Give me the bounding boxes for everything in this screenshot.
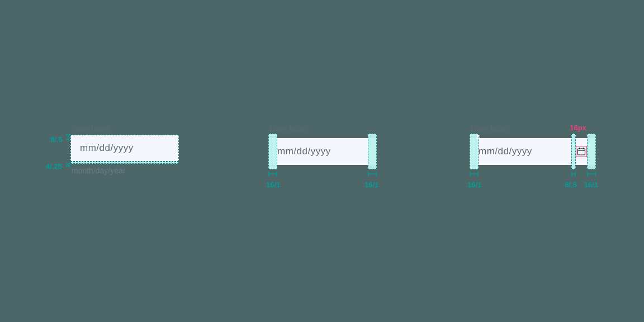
i-bar-icon — [268, 172, 277, 177]
spec-example-horizontal-simple: Date label mm/dd/yyyy 16/1 16/1 — [268, 124, 377, 165]
date-input[interactable]: mm/dd/yyyy — [70, 135, 179, 162]
spec-padding-right — [368, 134, 377, 169]
svg-rect-12 — [578, 149, 585, 155]
input-placeholder: mm/dd/yyyy — [277, 146, 331, 157]
i-bar-icon — [66, 163, 72, 167]
spec-label-left: 16/1 — [467, 181, 481, 189]
spec-label-right: 16/1 — [584, 181, 598, 189]
input-placeholder: mm/dd/yyyy — [479, 146, 532, 157]
spec-badge-8: 8 — [476, 134, 480, 140]
calendar-icon[interactable] — [577, 147, 586, 156]
date-input[interactable]: mm/dd/yyyy — [470, 138, 596, 165]
spec-example-vertical: Date label mm/dd/yyyy month/day/year 8/.… — [70, 124, 179, 175]
spec-spacing-bottom — [70, 162, 179, 164]
spec-label-left: 16/1 — [266, 181, 280, 189]
input-label: Date label — [70, 124, 179, 134]
input-label: Date label — [268, 124, 377, 134]
spec-label-right: 16/1 — [364, 181, 378, 189]
svg-rect-15 — [583, 148, 584, 149]
i-bar-icon — [66, 134, 72, 140]
i-bar-icon — [571, 172, 576, 177]
i-bar-icon — [368, 172, 377, 177]
input-placeholder: mm/dd/yyyy — [80, 143, 134, 154]
spec-label-bottom: 4/.25 — [46, 162, 62, 171]
spec-label-mid: 8/.5 — [565, 181, 577, 189]
date-input[interactable]: mm/dd/yyyy — [268, 138, 377, 165]
i-bar-icon — [470, 172, 479, 177]
spec-example-horizontal-icon: Date label mm/dd/yyyy 8 16px — [470, 124, 596, 165]
calendar-icon-spec-box — [576, 146, 587, 157]
spec-label-iconpx: 16px — [570, 124, 586, 132]
svg-rect-14 — [579, 148, 580, 149]
spec-padding-mid — [571, 134, 576, 169]
i-bar-icon — [587, 172, 596, 177]
spec-label-top: 8/.5 — [50, 135, 63, 144]
spec-padding-left — [268, 134, 277, 169]
spec-padding-right — [587, 134, 596, 169]
input-helper-text: month/day/year — [70, 166, 179, 175]
